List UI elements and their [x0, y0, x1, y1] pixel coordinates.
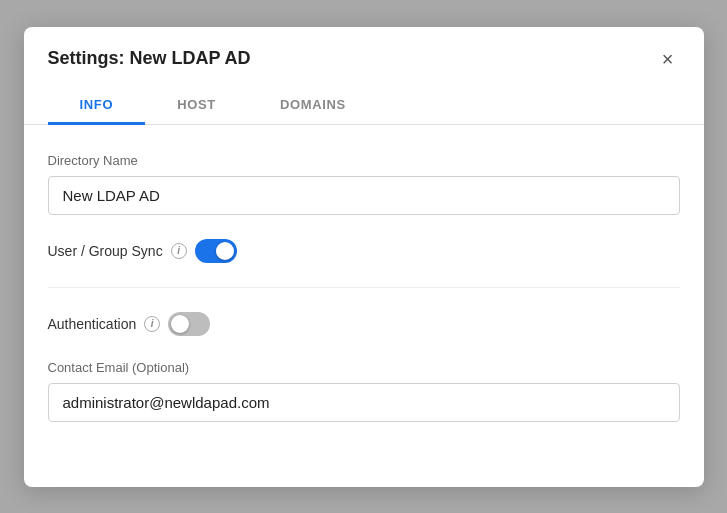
modal-title: Settings: New LDAP AD [48, 48, 251, 69]
close-button[interactable]: × [656, 47, 680, 71]
tab-domains[interactable]: DOMAINS [248, 87, 378, 125]
contact-email-label: Contact Email (Optional) [48, 360, 680, 375]
directory-name-group: Directory Name [48, 153, 680, 215]
authentication-knob [171, 315, 189, 333]
authentication-toggle[interactable] [168, 312, 210, 336]
contact-email-group: Contact Email (Optional) [48, 360, 680, 422]
user-group-sync-knob [216, 242, 234, 260]
tabs-bar: INFO HOST DOMAINS [24, 87, 704, 125]
settings-modal: Settings: New LDAP AD × INFO HOST DOMAIN… [24, 27, 704, 487]
authentication-row: Authentication i [48, 312, 680, 336]
user-group-sync-label: User / Group Sync [48, 243, 163, 259]
authentication-info-icon: i [144, 316, 160, 332]
divider [48, 287, 680, 288]
user-group-sync-toggle[interactable] [195, 239, 237, 263]
user-group-sync-info-icon: i [171, 243, 187, 259]
contact-email-input[interactable] [48, 383, 680, 422]
directory-name-label: Directory Name [48, 153, 680, 168]
tab-host[interactable]: HOST [145, 87, 248, 125]
modal-overlay: Settings: New LDAP AD × INFO HOST DOMAIN… [0, 0, 727, 513]
title-prefix: Settings: [48, 48, 130, 68]
user-group-sync-row: User / Group Sync i [48, 239, 680, 263]
user-group-sync-slider [195, 239, 237, 263]
directory-name-input[interactable] [48, 176, 680, 215]
title-name: New LDAP AD [130, 48, 251, 68]
tab-info[interactable]: INFO [48, 87, 146, 125]
authentication-slider [168, 312, 210, 336]
modal-header: Settings: New LDAP AD × [24, 27, 704, 71]
modal-body: Directory Name User / Group Sync i Authe… [24, 125, 704, 478]
authentication-label: Authentication [48, 316, 137, 332]
